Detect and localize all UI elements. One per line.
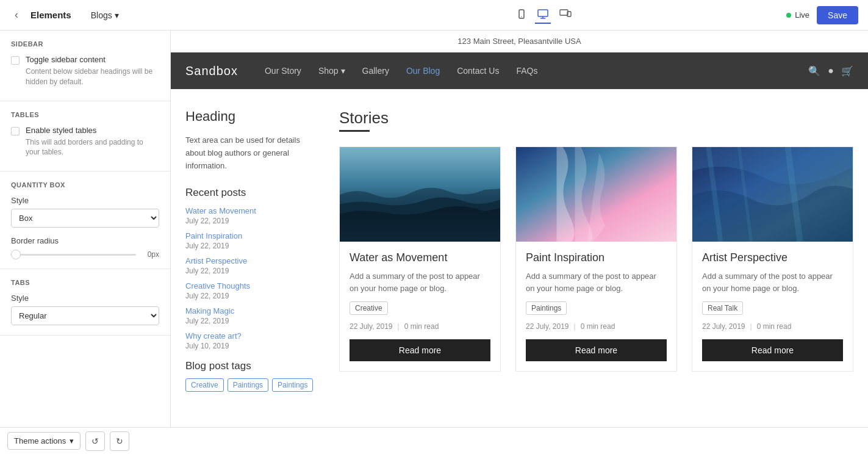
tags-title: Blog post tags [185, 360, 320, 372]
card-0-readtime: 0 min read [404, 322, 439, 331]
sidebar-date-0: July 22, 2019 [185, 217, 320, 225]
blog-card-0: Water as Movement Add a summary of the p… [339, 146, 501, 372]
cart-icon[interactable]: 🛒 [841, 65, 853, 77]
toggle-sidebar-checkbox[interactable] [11, 56, 20, 65]
card-0-summary: Add a summary of the post to appear on y… [350, 270, 490, 294]
sidebar-tags: Creative Paintings Paintings [185, 378, 320, 392]
sidebar-date-1: July 22, 2019 [185, 242, 320, 250]
svg-rect-7 [340, 147, 500, 242]
recent-posts-title: Recent posts [185, 187, 320, 199]
sidebar-section-title: SIDEBAR [11, 40, 159, 48]
mobile-icon[interactable] [514, 7, 529, 24]
sidebar-post-4[interactable]: Making Magic [185, 306, 320, 315]
nav-shop-label: Shop [318, 66, 339, 76]
blog-grid: Stories [339, 109, 853, 427]
back-button[interactable]: ‹ [10, 6, 23, 24]
card-2-readtime: 0 min read [757, 322, 792, 331]
toggle-sidebar-content: Toggle sidebar content Content below sid… [26, 55, 159, 87]
nav-shop-arrow: ▾ [341, 66, 345, 76]
toggle-sidebar-label: Toggle sidebar content [26, 55, 159, 64]
svg-rect-5 [560, 10, 568, 15]
card-0-title: Water as Movement [350, 251, 490, 264]
redo-icon: ↻ [116, 436, 123, 446]
blogs-label: Blogs [91, 10, 112, 20]
preview-area: 123 Main Street, Pleasantville USA Sandb… [171, 31, 868, 427]
main-layout: SIDEBAR Toggle sidebar content Content b… [0, 31, 868, 427]
card-1-summary: Add a summary of the post to appear on y… [526, 270, 667, 294]
sidebar-date-3: July 22, 2019 [185, 292, 320, 300]
theme-actions-button[interactable]: Theme actions ▾ [7, 432, 81, 450]
blog-grid-underline [339, 130, 370, 132]
address-bar: 123 Main Street, Pleasantville USA [171, 31, 868, 52]
nav-icons: 🔍 ● 🛒 [808, 65, 853, 77]
sidebar-date-4: July 22, 2019 [185, 317, 320, 325]
nav-gallery[interactable]: Gallery [355, 61, 396, 81]
card-1-sep: | [574, 322, 576, 331]
account-icon[interactable]: ● [828, 65, 834, 76]
quantity-section-title: QUANTITY BOX [11, 181, 159, 189]
tag-paintings-2[interactable]: Paintings [272, 378, 313, 392]
card-1-read-more[interactable]: Read more [526, 339, 667, 361]
border-radius-row: 0px [11, 250, 159, 259]
card-1-body: Paint Inspiration Add a summary of the p… [516, 242, 676, 371]
card-0-tag[interactable]: Creative [350, 301, 388, 315]
tag-paintings[interactable]: Paintings [228, 378, 268, 392]
bottom-bar: Theme actions ▾ ↺ ↻ [0, 427, 868, 454]
left-panel: SIDEBAR Toggle sidebar content Content b… [0, 31, 171, 427]
save-button[interactable]: Save [817, 6, 858, 24]
card-0-date: 22 July, 2019 [350, 322, 393, 331]
sidebar-post-0[interactable]: Water as Movement [185, 206, 320, 215]
card-1-readtime: 0 min read [581, 322, 615, 331]
nav-shop[interactable]: Shop ▾ [311, 61, 353, 81]
style-select[interactable]: Box Pill Round [11, 209, 159, 228]
card-0-body: Water as Movement Add a summary of the p… [340, 242, 500, 371]
site-logo: Sandbox [185, 64, 238, 78]
card-2-meta: 22 July, 2019 | 0 min read [702, 322, 843, 331]
border-radius-slider[interactable] [11, 254, 136, 256]
desktop-icon[interactable] [535, 7, 551, 24]
card-2-read-more[interactable]: Read more [702, 339, 843, 361]
sidebar-post-2[interactable]: Artist Perspective [185, 256, 320, 265]
tables-checkbox[interactable] [11, 127, 20, 135]
card-2-tag[interactable]: Real Talk [702, 301, 743, 315]
blog-content: Heading Text area can be used for detail… [171, 89, 868, 427]
tables-label: Enable styled tables [26, 126, 159, 135]
search-icon[interactable]: 🔍 [808, 65, 820, 77]
tag-creative[interactable]: Creative [185, 378, 224, 392]
tabs-section-title: TABS [11, 279, 159, 286]
nav-contact[interactable]: Contact Us [450, 61, 506, 81]
site-nav: Sandbox Our Story Shop ▾ Gallery Our Blo… [171, 52, 868, 89]
card-1-meta: 22 July, 2019 | 0 min read [526, 322, 667, 331]
live-dot [786, 13, 791, 18]
nav-our-blog[interactable]: Our Blog [399, 61, 447, 81]
card-0-sep: | [398, 322, 400, 331]
style-label: Style [11, 196, 159, 205]
blogs-dropdown[interactable]: Blogs ▾ [91, 10, 119, 20]
card-1-tag[interactable]: Paintings [526, 301, 567, 315]
tables-section: TABLES Enable styled tables This will ad… [0, 101, 170, 172]
sidebar-date-5: July 10, 2019 [185, 342, 320, 350]
card-0-read-more[interactable]: Read more [350, 339, 490, 361]
nav-links: Our Story Shop ▾ Gallery Our Blog Contac… [257, 61, 808, 81]
blog-card-2: Artist Perspective Add a summary of the … [692, 146, 853, 372]
blog-cards: Water as Movement Add a summary of the p… [339, 146, 853, 372]
sidebar-post-5[interactable]: Why create art? [185, 331, 320, 340]
multi-screen-icon[interactable] [557, 7, 574, 24]
blog-card-1: Paint Inspiration Add a summary of the p… [515, 146, 677, 372]
toggle-sidebar-desc: Content below sidebar headings will be h… [26, 67, 159, 87]
nav-our-story[interactable]: Our Story [257, 61, 309, 81]
card-2-image [692, 147, 853, 242]
card-2-sep: | [750, 322, 752, 331]
blog-sidebar: Heading Text area can be used for detail… [185, 109, 320, 427]
sidebar-post-1[interactable]: Paint Inspiration [185, 231, 320, 240]
tabs-style-select[interactable]: Regular Pill Underline [11, 306, 159, 325]
sidebar-post-3[interactable]: Creative Thoughts [185, 281, 320, 290]
redo-button[interactable]: ↻ [110, 431, 129, 451]
border-radius-label: Border radius [11, 236, 159, 245]
undo-button[interactable]: ↺ [85, 431, 105, 451]
nav-faqs[interactable]: FAQs [509, 61, 545, 81]
sidebar-text: Text area can be used for details about … [185, 134, 320, 172]
panel-title: Elements [30, 10, 71, 20]
svg-rect-2 [538, 10, 548, 16]
sidebar-heading: Heading [185, 109, 320, 124]
